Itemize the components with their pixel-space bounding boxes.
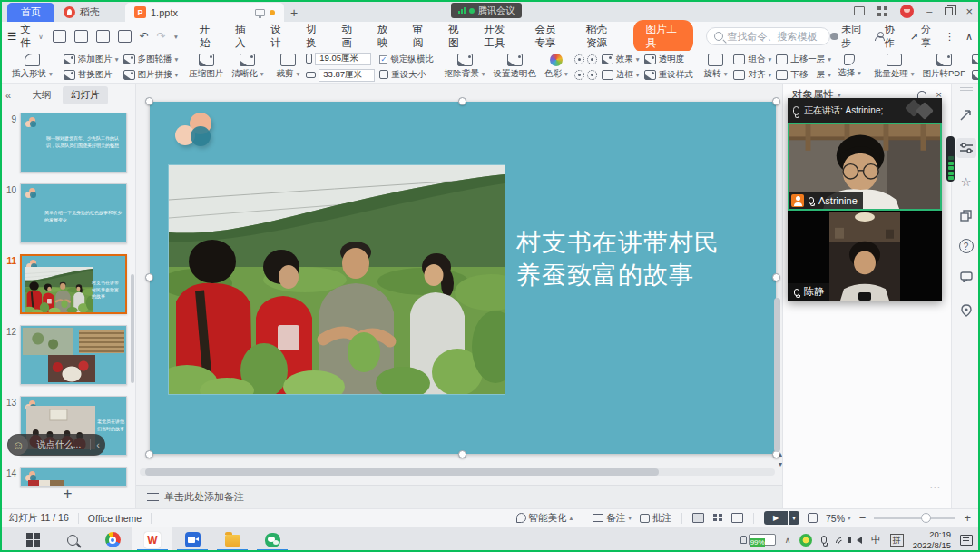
- selection-handle-sw[interactable]: [145, 450, 153, 458]
- tab-member[interactable]: 会员专享: [535, 23, 566, 50]
- brightness-up-icon[interactable]: [574, 54, 584, 64]
- tab-review[interactable]: 审阅: [413, 23, 428, 50]
- rotate-button[interactable]: 旋转▾: [702, 54, 730, 80]
- add-slide-button[interactable]: +: [0, 485, 135, 503]
- align-button[interactable]: 对齐▾: [733, 69, 771, 81]
- tab-home[interactable]: 首页: [7, 3, 54, 22]
- close-button[interactable]: ×: [965, 5, 973, 18]
- width-field[interactable]: 33.87厘米: [306, 69, 375, 82]
- selection-handle-ne[interactable]: [772, 97, 780, 105]
- tab-insert[interactable]: 插入: [235, 23, 250, 50]
- collapse-bubble-icon[interactable]: ‹: [91, 439, 105, 450]
- remove-background-button[interactable]: 抠除背景▾: [443, 54, 487, 80]
- account-avatar[interactable]: [900, 5, 914, 18]
- play-options-icon[interactable]: ▾: [789, 511, 799, 525]
- horizontal-scrollbar[interactable]: [140, 468, 775, 476]
- height-field[interactable]: 19.05厘米: [306, 53, 375, 65]
- slide-title[interactable]: 村支书在讲带村民 养蚕致富的故事: [516, 227, 766, 291]
- new-tab-button[interactable]: +: [284, 3, 304, 22]
- taskbar-chrome[interactable]: [93, 527, 132, 552]
- group-button[interactable]: 组合▾: [733, 54, 771, 65]
- save-icon[interactable]: [74, 30, 88, 43]
- tab-picture-tools[interactable]: 图片工具: [633, 20, 692, 53]
- replace-picture-button[interactable]: 替换图片: [64, 69, 119, 81]
- width-value[interactable]: 33.87厘米: [318, 69, 375, 82]
- wifi-icon[interactable]: [836, 536, 848, 545]
- collaborate-button[interactable]: 协作: [875, 23, 899, 50]
- reset-style-button[interactable]: 重设样式: [644, 69, 693, 81]
- volume-icon[interactable]: [857, 537, 862, 544]
- file-menu-button[interactable]: ☰ 文件 ∨: [7, 23, 44, 50]
- crop-button[interactable]: 裁剪▾: [275, 54, 302, 80]
- zoom-slider-knob[interactable]: [921, 513, 931, 523]
- editing-canvas[interactable]: 村支书在讲带村民 养蚕致富的故事 ▴ ▾ 单击此处添加备注: [136, 84, 782, 508]
- feedback-icon[interactable]: [956, 267, 976, 287]
- effects-button[interactable]: 效果▾: [602, 54, 640, 65]
- lock-aspect-checkbox[interactable]: ✓锁定纵横比: [379, 54, 434, 65]
- ime-mode[interactable]: 拼: [890, 534, 904, 547]
- properties-sliders-icon[interactable]: [956, 138, 976, 158]
- undo-icon[interactable]: ↶: [140, 30, 149, 43]
- panel-more-dots[interactable]: ⋯: [929, 481, 942, 494]
- selection-handle-nw[interactable]: [145, 97, 153, 105]
- fit-window-button[interactable]: [808, 513, 818, 523]
- collapse-ribbon-icon[interactable]: ∧: [965, 31, 973, 43]
- video-tile-astrinine[interactable]: Astrinine: [788, 123, 942, 211]
- zoom-in-button[interactable]: +: [964, 511, 971, 525]
- add-picture-button[interactable]: 添加图片▾: [64, 54, 119, 65]
- contrast-down-icon[interactable]: [587, 70, 597, 80]
- height-value[interactable]: 19.05厘米: [315, 53, 371, 65]
- beautify-star-icon[interactable]: ☆: [956, 172, 976, 192]
- selection-handle-s[interactable]: [458, 450, 466, 458]
- taskbar-search-button[interactable]: [53, 527, 93, 552]
- compress-picture-button[interactable]: 压缩图片: [187, 54, 225, 80]
- picture-translate-button[interactable]: 图片翻译: [972, 69, 980, 81]
- meeting-status-pill[interactable]: 腾讯会议: [451, 3, 522, 18]
- notes-bar[interactable]: 单击此处添加备注: [136, 485, 782, 508]
- emoji-icon[interactable]: ☺: [8, 435, 28, 455]
- tab-animation[interactable]: 动画: [341, 23, 357, 50]
- normal-view-button[interactable]: [692, 513, 704, 523]
- restore-button[interactable]: [945, 7, 953, 15]
- sync-status-button[interactable]: 未同步: [830, 23, 864, 50]
- taskbar-file-explorer[interactable]: [212, 527, 252, 552]
- set-transparent-button[interactable]: 设置透明色: [492, 54, 539, 80]
- tab-docer-resource[interactable]: 稻壳资源: [586, 23, 617, 50]
- notes-toggle-button[interactable]: 备注▾: [593, 512, 632, 525]
- tab-transition[interactable]: 切换: [306, 23, 321, 50]
- contrast-up-icon[interactable]: [574, 70, 584, 80]
- batch-process-button[interactable]: 批量处理▾: [872, 54, 916, 80]
- tab-docer[interactable]: 稻壳: [54, 3, 109, 22]
- meeting-chat-bubble[interactable]: ☺ 说点什么... ‹: [7, 434, 105, 456]
- play-slideshow-button[interactable]: ▶▾: [764, 511, 799, 525]
- start-button[interactable]: [13, 527, 53, 552]
- hscrollbar-thumb[interactable]: [145, 468, 659, 476]
- ime-language[interactable]: 中: [871, 534, 881, 547]
- picture-to-pdf-button[interactable]: 图片转PDF: [920, 54, 967, 80]
- tray-expand-icon[interactable]: ∧: [785, 536, 791, 545]
- border-button[interactable]: 边框▾: [602, 69, 640, 81]
- meeting-header[interactable]: 正在讲话: Astrinine;: [788, 98, 942, 123]
- taskbar-tencent-meeting[interactable]: [172, 527, 212, 552]
- tab-devtools[interactable]: 开发工具: [484, 23, 514, 50]
- brightness-down-icon[interactable]: [587, 54, 597, 64]
- tab-design[interactable]: 设计: [270, 23, 286, 50]
- video-tile-chenjing[interactable]: 陈静: [788, 211, 942, 301]
- print-preview-icon[interactable]: [118, 30, 132, 43]
- workspace-grid-icon[interactable]: [877, 6, 887, 16]
- insert-shape-button[interactable]: 插入形状▾: [10, 54, 54, 80]
- more-menu-icon[interactable]: ⋮: [945, 31, 955, 43]
- tencent-meeting-window[interactable]: 正在讲话: Astrinine; Astrinine 陈静: [788, 98, 942, 301]
- zoom-level-button[interactable]: 75%▾: [826, 513, 851, 524]
- slide-thumbnail-12[interactable]: [20, 325, 127, 385]
- slide-thumbnail-9[interactable]: 聊一聊对建党百年、少先队工作的认识，以及队员们围绕美好明天的畅想: [20, 113, 127, 172]
- select-button[interactable]: 选择▾: [836, 54, 863, 79]
- customize-toolbar-icon[interactable]: ▾: [174, 33, 178, 41]
- slide-thumbnail-14[interactable]: [20, 467, 127, 487]
- sidebar-scrollbar[interactable]: [131, 274, 134, 383]
- chat-placeholder[interactable]: 说点什么...: [28, 439, 90, 451]
- vertical-scrollbar[interactable]: [774, 298, 780, 452]
- redo-icon[interactable]: ↷: [157, 30, 166, 43]
- smart-beautify-button[interactable]: 智能美化▴: [516, 512, 573, 525]
- clarify-button[interactable]: 清晰化▾: [230, 54, 265, 80]
